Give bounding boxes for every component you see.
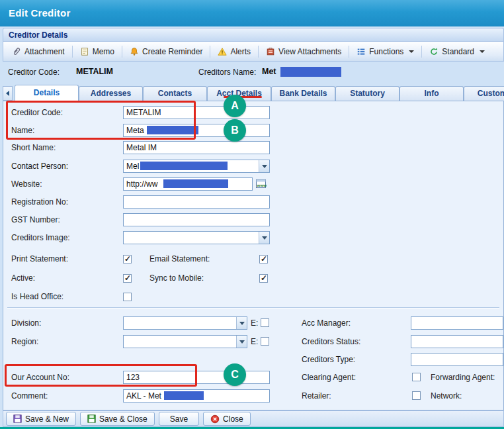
view-attachments-icon (266, 47, 275, 56)
alerts-label: Alerts (230, 47, 251, 56)
toolbar: Attachment Memo Create Reminder Alerts (3, 41, 504, 62)
registration-no-input[interactable] (123, 195, 270, 209)
tab-details[interactable]: Details (15, 85, 79, 101)
window-titlebar[interactable]: Edit Creditor (0, 0, 504, 26)
gst-number-input[interactable] (123, 213, 270, 226)
annotation-highlight-creditor-code (6, 101, 196, 140)
print-statement-label: Print Statement: (11, 254, 68, 263)
creditors-type-label: Creditors Type: (302, 355, 355, 364)
annotation-highlight-our-account-no (5, 364, 197, 387)
is-head-office-checkbox[interactable] (123, 293, 132, 301)
short-name-input[interactable]: Metal IM (123, 141, 270, 154)
tab-statutory[interactable]: Statutory (335, 86, 399, 101)
warning-icon (218, 47, 227, 56)
redaction-overlay (280, 67, 341, 77)
create-reminder-button[interactable]: Create Reminder (125, 45, 207, 58)
functions-button[interactable]: Functions (352, 45, 419, 58)
creditor-summary-row: Creditor Code: METALIM Creditors Name: M… (3, 62, 504, 83)
clearing-agent-label: Clearing Agent: (302, 373, 356, 382)
active-checkbox[interactable] (123, 274, 132, 283)
print-statement-checkbox[interactable] (123, 255, 132, 263)
division-label: Division: (11, 318, 41, 328)
save-label: Save (170, 414, 188, 424)
region-combo[interactable] (123, 335, 247, 348)
tab-custom-fields[interactable]: Custom F (464, 86, 504, 101)
standard-label: Standard (442, 47, 474, 56)
section-divider (7, 307, 499, 309)
division-e-label: E: (251, 318, 258, 328)
tab-addresses[interactable]: Addresses (79, 86, 143, 101)
retailer-checkbox[interactable] (412, 391, 421, 400)
memo-button[interactable]: Memo (75, 45, 119, 58)
close-label: Close (223, 414, 243, 424)
attachment-button[interactable]: Attachment (7, 45, 69, 58)
toolbar-separator (421, 46, 422, 58)
gst-number-label: GST Number: (11, 215, 60, 224)
save-and-new-button[interactable]: Save & New (6, 412, 76, 426)
summary-name-label: Creditors Name: (198, 68, 256, 77)
redaction-overlay (140, 162, 228, 170)
clearing-agent-checkbox[interactable] (412, 373, 421, 381)
division-e-checkbox[interactable] (261, 318, 269, 327)
toolbar-separator (72, 46, 73, 58)
is-head-office-label: Is Head Office: (11, 292, 63, 301)
dropdown-button[interactable] (259, 232, 269, 244)
redaction-overlay (163, 179, 228, 188)
arrow-left-icon (6, 91, 9, 96)
sync-to-mobile-checkbox[interactable] (259, 274, 268, 283)
dropdown-button[interactable] (236, 336, 247, 348)
summary-name-value: Met (262, 67, 276, 76)
chevron-down-icon (409, 50, 414, 53)
creditors-image-label: Creditors Image: (11, 233, 70, 242)
toolbar-separator (258, 46, 259, 58)
close-button[interactable]: Close (203, 412, 251, 426)
sync-to-mobile-label: Sync to Mobile: (149, 273, 204, 283)
tab-scroll-left-button[interactable] (3, 86, 13, 101)
save-button[interactable]: Save (159, 412, 199, 426)
comment-label: Comment: (11, 391, 48, 401)
toolbar-separator (210, 46, 210, 58)
summary-code-label: Creditor Code: (8, 68, 60, 77)
alerts-button[interactable]: Alerts (213, 45, 255, 58)
open-website-icon[interactable]: www (255, 178, 267, 190)
creditor-details-title: Creditor Details (9, 30, 67, 40)
region-label: Region: (11, 337, 38, 346)
tab-contacts[interactable]: Contacts (143, 86, 207, 101)
email-statement-checkbox[interactable] (259, 255, 268, 263)
toolbar-separator (349, 46, 349, 58)
creditors-type-input[interactable] (411, 353, 503, 366)
redaction-overlay (164, 391, 204, 400)
close-circle-icon (210, 414, 220, 424)
region-e-checkbox[interactable] (261, 337, 269, 346)
svg-text:www: www (257, 183, 267, 187)
email-statement-label: Email Statement: (149, 254, 210, 263)
tab-info[interactable]: Info (399, 86, 464, 101)
view-attachments-button[interactable]: View Attachments (261, 45, 346, 58)
short-name-label: Short Name: (11, 143, 56, 152)
tab-bank-details[interactable]: Bank Details (271, 86, 335, 101)
annotation-marker-c: C (224, 363, 246, 386)
creditors-status-input[interactable] (411, 335, 503, 348)
save-and-close-button[interactable]: Save & Close (80, 412, 155, 426)
chevron-down-icon (480, 50, 485, 53)
bell-icon (130, 47, 139, 56)
paperclip-icon (12, 47, 21, 56)
toolbar-separator (122, 46, 122, 58)
network-label: Network: (431, 391, 462, 401)
dropdown-button[interactable] (236, 317, 247, 329)
creditors-status-label: Creditors Status: (302, 337, 360, 346)
save-icon (13, 414, 22, 423)
division-combo[interactable] (123, 316, 247, 330)
creditors-image-combo[interactable] (123, 231, 270, 244)
save-and-new-label: Save & New (25, 414, 69, 424)
functions-label: Functions (369, 47, 403, 56)
registration-no-label: Registration No: (11, 197, 68, 207)
standard-button[interactable]: Standard (425, 45, 489, 58)
refresh-standard-icon (429, 47, 439, 56)
active-label: Active: (11, 273, 35, 283)
annotation-marker-a: A (224, 95, 246, 117)
chevron-down-icon (239, 340, 245, 344)
dropdown-button[interactable] (259, 160, 269, 172)
acc-manager-input[interactable] (411, 316, 503, 330)
save-icon (87, 414, 96, 423)
